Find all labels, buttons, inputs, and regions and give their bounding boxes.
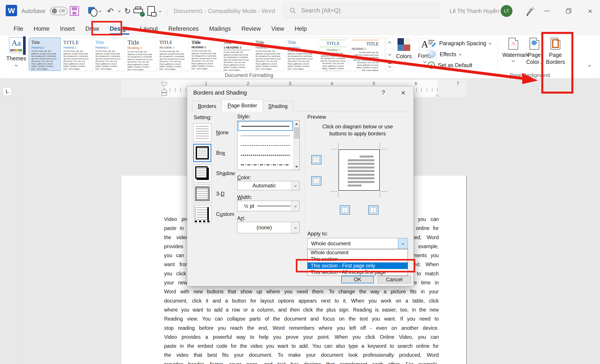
preview-text-bar <box>348 177 375 179</box>
word-app-icon[interactable]: W <box>6 5 17 16</box>
avatar[interactable]: LT <box>501 5 513 17</box>
dialog-tab-shading[interactable]: Shading <box>263 101 293 112</box>
setting-option-none[interactable]: None <box>193 122 235 143</box>
quick-print-icon[interactable]: ✓ <box>133 7 143 15</box>
page-borders-button[interactable]: Page Borders <box>545 37 566 65</box>
preview-page-diagram[interactable] <box>338 149 380 191</box>
document-text-line: paste in the embed code for the video yo… <box>164 342 439 351</box>
style-set-card[interactable]: TitleHEADING 1On the Insert tab, the gal… <box>189 37 221 71</box>
setting-option-3d[interactable]: 3-D <box>193 183 235 204</box>
redo-icon[interactable]: ↻ <box>124 0 131 22</box>
print-preview-icon[interactable] <box>147 6 155 16</box>
page-color-button[interactable]: Page Color <box>526 37 543 65</box>
art-combobox[interactable]: (none) <box>237 222 300 233</box>
tab-file[interactable]: File <box>8 22 28 36</box>
style-set-card[interactable]: TitleHeading 1On the Insert tab, the gal… <box>93 37 125 71</box>
style-set-card[interactable]: Title1 HEADING 1On the Insert tab, the g… <box>221 37 253 71</box>
autosave-toggle[interactable]: Off <box>50 7 67 15</box>
save-icon[interactable] <box>70 6 79 16</box>
style-set-card[interactable]: TitleHeading 1On the Insert tab, the gal… <box>125 37 157 71</box>
scroll-up-button[interactable] <box>293 121 300 127</box>
collapse-ribbon-chevron-icon[interactable] <box>588 64 591 67</box>
style-set-card[interactable]: TITLEHEADING 1On the Insert tab, the gal… <box>349 37 381 71</box>
ruler-number: 5 <box>373 81 375 86</box>
effects-button[interactable]: Effects <box>428 49 491 60</box>
tab-design[interactable]: Design <box>104 22 135 36</box>
line-style-option-solid[interactable] <box>238 121 293 131</box>
color-combobox[interactable]: Automatic <box>237 181 300 190</box>
apply-option[interactable]: This section - All except first page <box>308 269 408 276</box>
customize-shape-icon[interactable] <box>88 7 95 14</box>
pen-whats-new-icon[interactable] <box>525 7 534 16</box>
setting-option-custom[interactable]: Custom <box>193 204 235 224</box>
width-combobox[interactable]: ½ pt <box>237 201 300 211</box>
right-indent-marker[interactable] <box>435 93 440 97</box>
undo-icon[interactable]: ↶ <box>107 0 114 22</box>
tab-review[interactable]: Review <box>236 22 266 36</box>
scroll-down-button[interactable] <box>293 164 300 170</box>
style-set-card[interactable]: TitleHeading 1On the Insert tab, the gal… <box>285 37 317 71</box>
dialog-tab-page-border[interactable]: Page Border <box>222 99 263 112</box>
line-style-option-dashed-sm[interactable] <box>238 140 293 150</box>
watermark-button[interactable]: A Watermark <box>502 37 524 63</box>
minimize-button[interactable] <box>540 0 554 22</box>
paragraph-spacing-button[interactable]: Paragraph Spacing <box>428 38 491 49</box>
style-set-card[interactable]: TitleHeading 1On the Insert tab, the gal… <box>29 37 61 71</box>
style-set-card[interactable]: TITLEHeading 1On the Insert tab, the gal… <box>61 37 93 71</box>
gallery-scroll-down-button[interactable] <box>386 49 393 60</box>
line-style-option-dotted[interactable] <box>238 131 293 140</box>
tab-home[interactable]: Home <box>28 22 55 36</box>
cancel-button[interactable]: Cancel <box>378 276 411 283</box>
tab-references[interactable]: References <box>163 22 204 36</box>
style-set-card[interactable]: TitleHeading 1On the Insert tab, the gal… <box>253 37 285 71</box>
scrollbar-thumb[interactable] <box>294 127 299 139</box>
apply-to-combobox[interactable]: Whole document <box>307 238 408 249</box>
style-set-card[interactable]: TITLEHeading 1On the Insert tab, the gal… <box>317 37 349 71</box>
tab-stop-selector[interactable]: L <box>3 87 11 96</box>
theme-colors-button[interactable]: Colors <box>395 37 413 64</box>
style-listbox[interactable] <box>237 121 300 170</box>
tab-insert[interactable]: Insert <box>55 22 80 36</box>
combo-arrow-button[interactable] <box>291 222 300 233</box>
tab-view[interactable]: View <box>266 22 289 36</box>
search-input[interactable]: Search (Alt+Q) <box>283 3 440 18</box>
setting-option-box[interactable]: Box <box>193 143 235 163</box>
dialog-tab-borders[interactable]: Borders <box>192 101 222 112</box>
left-border-toggle-button[interactable] <box>340 205 350 215</box>
quick-access-chevron-icon[interactable] <box>159 10 161 12</box>
gallery-expand-button[interactable] <box>386 60 393 71</box>
preview-corner-mark <box>381 149 387 149</box>
combo-arrow-button[interactable] <box>291 201 300 211</box>
apply-option[interactable]: This section - First page only <box>308 262 408 269</box>
dialog-close-button[interactable]: × <box>397 86 410 99</box>
line-style-option-dashed-lg[interactable] <box>238 150 293 160</box>
close-button[interactable]: × <box>583 0 597 22</box>
apply-option[interactable]: Whole document <box>308 249 408 256</box>
tab-mailings[interactable]: Mailings <box>204 22 236 36</box>
ribbon-tab-row: FileHomeInsertDrawDesignLayoutReferences… <box>0 22 600 36</box>
chevron-down-icon[interactable] <box>118 10 121 12</box>
ok-button[interactable]: OK <box>341 276 374 283</box>
style-set-card[interactable]: TITLEHEADING 1On the Insert tab, the gal… <box>157 37 189 71</box>
style-set-body-text: On the Insert tab, the galleries include… <box>31 50 58 70</box>
chevron-down-icon[interactable] <box>99 10 101 12</box>
bottom-border-toggle-button[interactable] <box>311 177 321 186</box>
set-as-default-button[interactable]: ✓ Set as Default <box>428 60 491 71</box>
top-border-toggle-button[interactable] <box>311 155 321 164</box>
themes-button[interactable]: Aa Themes <box>5 37 27 72</box>
restore-button[interactable] <box>562 0 576 22</box>
apply-option[interactable]: This section <box>308 256 408 262</box>
combo-arrow-button-open[interactable] <box>398 238 408 249</box>
tab-help[interactable]: Help <box>289 22 312 36</box>
combo-arrow-button[interactable] <box>291 181 300 190</box>
style-scrollbar[interactable] <box>293 121 300 170</box>
right-border-toggle-button[interactable] <box>368 205 378 215</box>
setting-option-shadow[interactable]: Shadow <box>193 163 235 183</box>
gallery-scroll-up-button[interactable] <box>386 37 393 49</box>
dialog-help-button[interactable]: ? <box>378 86 388 99</box>
indent-markers[interactable] <box>161 80 167 97</box>
tab-draw[interactable]: Draw <box>80 22 104 36</box>
tab-layout[interactable]: Layout <box>135 22 163 36</box>
user-name[interactable]: Lê Thị Thanh Huyền <box>450 0 499 22</box>
line-style-option-dashdot[interactable] <box>238 160 293 169</box>
